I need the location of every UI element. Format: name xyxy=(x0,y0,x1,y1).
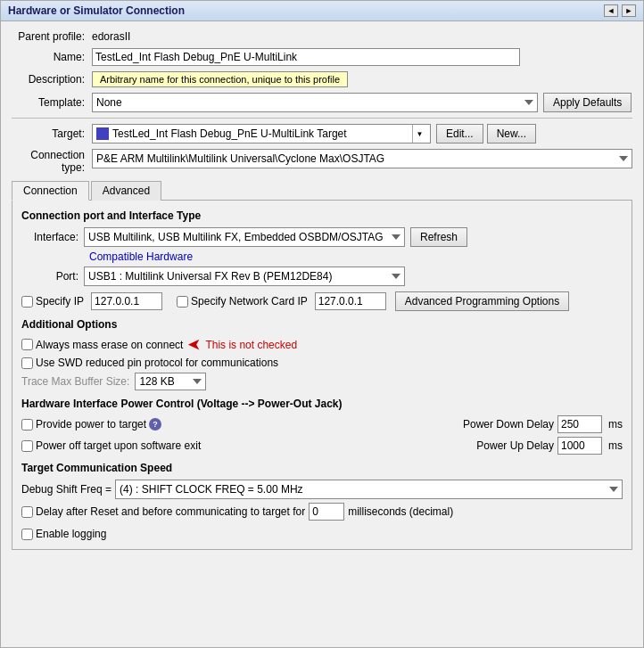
target-icon xyxy=(96,127,109,140)
trace-label-text: Trace Max Buffer Size: xyxy=(21,375,129,388)
ip-row: Specify IP Specify Network Card IP Advan… xyxy=(21,291,623,311)
parent-profile-row: Parent profile: edorasII xyxy=(12,30,632,43)
content-area: Parent profile: edorasII Name: Descripti… xyxy=(1,21,643,559)
connection-port-title: Connection port and Interface Type xyxy=(21,209,623,222)
power-off-text: Power off target upon software exit xyxy=(36,439,201,452)
tabs: Connection Advanced xyxy=(12,181,632,201)
swd-text: Use SWD reduced pin protocol for communi… xyxy=(36,357,278,369)
target-select-wrapper: TestLed_Int Flash Debug_PnE U-MultiLink … xyxy=(92,124,431,144)
connection-type-select[interactable]: P&E ARM Multilink\Multilink Universal\Cy… xyxy=(92,149,632,168)
mass-erase-checkbox[interactable] xyxy=(21,339,33,350)
delay-input[interactable] xyxy=(309,503,344,521)
specify-ip-label: Specify IP xyxy=(21,295,84,308)
target-label: Target: xyxy=(12,127,92,140)
template-row: Template: None Apply Defaults xyxy=(12,93,632,112)
specify-network-input[interactable] xyxy=(315,292,386,310)
power-up-input[interactable] xyxy=(557,437,602,455)
parent-profile-label: Parent profile: xyxy=(12,30,92,43)
enable-logging-text: Enable logging xyxy=(36,528,106,540)
delay-checkbox[interactable] xyxy=(21,506,33,518)
delay-row: Delay after Reset and before communicati… xyxy=(21,503,623,521)
provide-power-row: Provide power to target ? Power Down Del… xyxy=(21,415,623,433)
enable-logging-checkbox[interactable] xyxy=(21,529,33,540)
target-dropdown-arrow[interactable]: ▼ xyxy=(412,125,426,143)
trace-select[interactable]: 128 KB xyxy=(135,373,206,390)
new-target-button[interactable]: New... xyxy=(487,124,536,144)
power-section: Hardware Interface Power Control (Voltag… xyxy=(21,398,623,455)
port-select[interactable]: USB1 : Multilink Universal FX Rev B (PEM… xyxy=(84,267,405,286)
advanced-programming-button[interactable]: Advanced Programming Options xyxy=(395,291,569,311)
provide-power-text: Provide power to target xyxy=(36,418,146,431)
description-label: Description: xyxy=(12,73,92,86)
title-bar-buttons: ◄ ► xyxy=(604,4,636,17)
logging-row: Enable logging xyxy=(21,528,623,540)
delay-label: Delay after Reset and before communicati… xyxy=(21,505,305,518)
tab-connection-label: Connection xyxy=(23,185,78,197)
description-tooltip: Arbitrary name for this connection, uniq… xyxy=(92,71,348,87)
enable-logging-label: Enable logging xyxy=(21,528,106,540)
help-icon[interactable]: ? xyxy=(149,418,161,431)
description-row: Description: Arbitrary name for this con… xyxy=(12,71,632,87)
interface-select[interactable]: USB Multilink, USB Multilink FX, Embedde… xyxy=(84,227,405,247)
debug-row: Debug Shift Freq = (4) : SHIFT CLOCK FRE… xyxy=(21,480,623,499)
refresh-button[interactable]: Refresh xyxy=(410,227,467,247)
port-label: Port: xyxy=(21,270,84,283)
trace-label: Trace Max Buffer Size: xyxy=(21,375,129,388)
power-off-checkbox[interactable] xyxy=(21,440,33,452)
mass-erase-row: Always mass erase on connect ➤ This is n… xyxy=(21,336,623,353)
tooltip-text: Arbitrary name for this connection, uniq… xyxy=(100,74,340,85)
interface-row: Interface: USB Multilink, USB Multilink … xyxy=(21,227,623,247)
specify-network-checkbox[interactable] xyxy=(177,296,188,308)
template-select[interactable]: None xyxy=(92,93,538,112)
red-arrow-icon: ➤ xyxy=(188,336,200,353)
back-button[interactable]: ◄ xyxy=(604,4,618,17)
swd-row: Use SWD reduced pin protocol for communi… xyxy=(21,357,623,369)
target-row: Target: TestLed_Int Flash Debug_PnE U-Mu… xyxy=(12,124,632,144)
main-window: Hardware or Simulator Connection ◄ ► Par… xyxy=(0,0,644,648)
name-input[interactable] xyxy=(92,48,520,66)
specify-ip-text: Specify IP xyxy=(36,295,84,308)
power-down-unit: ms xyxy=(608,418,623,431)
power-off-label: Power off target upon software exit xyxy=(21,439,201,452)
speed-section: Target Communication Speed Debug Shift F… xyxy=(21,462,623,521)
delay-unit: milliseconds (decimal) xyxy=(348,505,453,518)
additional-options-title: Additional Options xyxy=(21,318,623,331)
speed-title: Target Communication Speed xyxy=(21,462,623,474)
name-row: Name: xyxy=(12,48,632,66)
provide-power-checkbox[interactable] xyxy=(21,419,33,431)
debug-select[interactable]: (4) : SHIFT CLOCK FREQ = 5.00 MHz xyxy=(115,480,623,499)
tab-container: Connection Advanced Connection port and … xyxy=(12,181,632,550)
tab-connection[interactable]: Connection xyxy=(12,181,89,201)
window-title: Hardware or Simulator Connection xyxy=(8,4,185,17)
debug-label: Debug Shift Freq = xyxy=(21,483,111,496)
tab-advanced[interactable]: Advanced xyxy=(91,181,161,201)
parent-profile-value: edorasII xyxy=(92,30,130,43)
power-up-unit: ms xyxy=(608,439,623,452)
target-select[interactable]: TestLed_Int Flash Debug_PnE U-MultiLink … xyxy=(112,127,412,140)
edit-target-button[interactable]: Edit... xyxy=(436,124,483,144)
port-row: Port: USB1 : Multilink Universal FX Rev … xyxy=(21,267,623,286)
swd-checkbox[interactable] xyxy=(21,357,33,369)
title-bar: Hardware or Simulator Connection ◄ ► xyxy=(1,1,643,21)
template-label: Template: xyxy=(12,96,92,109)
additional-options-section: Additional Options Always mass erase on … xyxy=(21,318,623,390)
apply-defaults-button[interactable]: Apply Defaults xyxy=(543,93,632,112)
power-up-label: Power Up Delay xyxy=(476,439,554,452)
power-up-group: Power Up Delay ms xyxy=(476,437,623,455)
power-off-row: Power off target upon software exit Powe… xyxy=(21,437,623,455)
specify-network-label: Specify Network Card IP xyxy=(177,295,308,308)
mass-erase-text: Always mass erase on connect xyxy=(36,339,183,351)
tab-advanced-label: Advanced xyxy=(103,185,150,197)
specify-ip-checkbox[interactable] xyxy=(21,296,33,308)
power-down-label: Power Down Delay xyxy=(463,418,554,431)
connection-type-label: Connection type: xyxy=(12,149,92,174)
provide-power-label: Provide power to target xyxy=(21,418,146,431)
specify-ip-input[interactable] xyxy=(91,292,162,310)
not-checked-text: This is not checked xyxy=(205,339,297,351)
power-down-group: Power Down Delay ms xyxy=(463,415,623,433)
mass-erase-label: Always mass erase on connect xyxy=(21,339,183,351)
forward-button[interactable]: ► xyxy=(622,4,636,17)
power-down-input[interactable] xyxy=(557,415,602,433)
compatible-hardware-link[interactable]: Compatible Hardware xyxy=(89,250,623,263)
connection-type-row: Connection type: P&E ARM Multilink\Multi… xyxy=(12,149,632,174)
